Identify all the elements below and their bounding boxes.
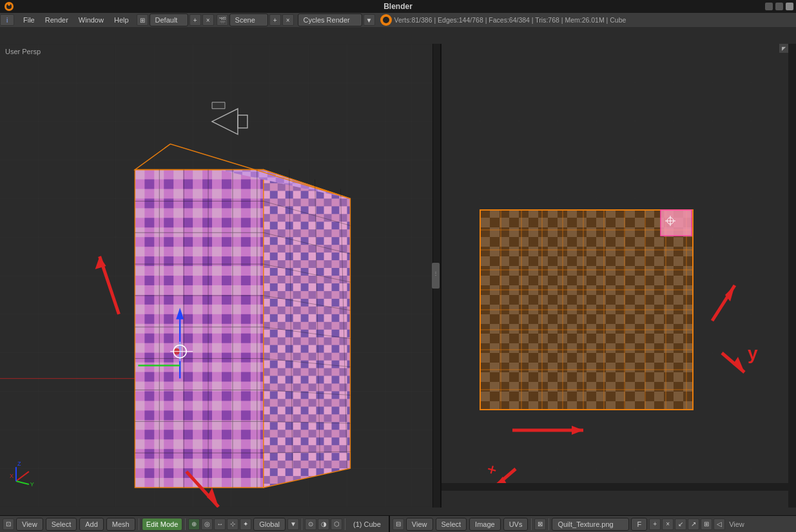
close-btn[interactable] (786, 3, 793, 10)
svg-marker-42 (135, 169, 263, 488)
workspace-icon[interactable]: ⊞ (137, 14, 148, 26)
title-bar: Blender (0, 0, 796, 13)
prop-edit-icon[interactable]: ✦ (240, 518, 251, 530)
svg-text:Y: Y (30, 481, 34, 488)
uv-mode-icon[interactable]: ⊠ (534, 518, 546, 530)
menu-file[interactable]: File (18, 15, 40, 25)
scene-area: 🎬 Scene + × (217, 14, 294, 26)
scene-selector[interactable]: Scene (229, 14, 268, 26)
bottom-select-btn[interactable]: Select (46, 518, 77, 531)
render-engine-area: Cycles Render ▼ (298, 14, 375, 26)
uv-view-btn[interactable]: View (406, 518, 433, 531)
svg-rect-139 (661, 210, 692, 236)
workspace-add[interactable]: + (189, 14, 201, 26)
bottom-bar: ⊡ View Select Add Mesh Edit Mode ⊕ ◎ ↔ ⊹… (0, 515, 796, 532)
svg-text:X: X (10, 473, 14, 479)
transform-icon[interactable]: ↔ (214, 518, 226, 530)
grid-background: X Y Z (0, 44, 440, 508)
svg-text:Z: Z (17, 461, 21, 467)
uv-scrollbar-right[interactable] (788, 44, 796, 508)
mode-selector[interactable]: Edit Mode (142, 518, 183, 531)
xray-icon[interactable]: ⬡ (331, 518, 342, 530)
bottom-bar-right: ⊟ View Select Image UVs ⊠ Quilt_Texture.… (390, 518, 750, 531)
blender-icon (4, 1, 14, 12)
window-controls (765, 3, 793, 10)
snapping-icon[interactable]: ⊙ (305, 518, 316, 530)
uv-expand-handle[interactable]: ◤ (779, 44, 788, 53)
scene-icon[interactable]: 🎬 (217, 14, 228, 26)
overlay-icon[interactable]: ◑ (318, 518, 329, 530)
bottom-view-btn[interactable]: View (16, 518, 43, 531)
snap-icon[interactable]: ⊕ (188, 518, 200, 530)
object-name: (1) Cube (348, 520, 386, 528)
svg-marker-83 (212, 102, 225, 109)
scene-add[interactable]: + (269, 14, 281, 26)
menu-help[interactable]: Help (109, 15, 134, 25)
svg-point-2 (8, 3, 10, 6)
render-engine-selector[interactable]: Cycles Render (298, 14, 362, 26)
uv-add-icon[interactable]: + (649, 518, 661, 530)
workspace-selector[interactable]: Default (150, 14, 188, 26)
uv-uvs-btn[interactable]: UVs (503, 518, 529, 531)
uv-tool3-icon[interactable]: ⊞ (701, 518, 712, 530)
viewport-drag-handle[interactable]: ⋮ (432, 263, 440, 289)
uv-bottom-label: View (726, 520, 747, 528)
stats-area: Verts:81/386 | Edges:144/768 | Faces:64/… (380, 14, 626, 26)
viewport-label: User Persp (5, 48, 41, 55)
uv-editor-icon[interactable]: ⊟ (393, 518, 404, 530)
blender-logo-small (380, 14, 392, 26)
info-icon[interactable]: i (0, 14, 14, 26)
scene-close[interactable]: × (282, 14, 294, 26)
uv-editor-canvas: y ✕ (442, 44, 796, 508)
workspace-area: ⊞ Default + × (137, 14, 214, 26)
bottom-mesh-btn[interactable]: Mesh (106, 518, 135, 531)
bottom-add-btn[interactable]: Add (79, 518, 104, 531)
menu-bar: i File Render Window Help ⊞ Default + × … (0, 13, 796, 27)
render-engine-chevron[interactable]: ▼ (364, 14, 375, 26)
uv-scrollbar-bottom[interactable] (442, 483, 796, 491)
viewport-3d[interactable]: X Y Z User Persp ⋮ (0, 44, 442, 508)
uv-del-icon[interactable]: × (662, 518, 674, 530)
global-icon[interactable]: ▼ (287, 518, 299, 530)
uv-image-btn[interactable]: Image (469, 518, 501, 531)
uv-tool2-icon[interactable]: ↗ (688, 518, 699, 530)
texture-name[interactable]: Quilt_Texture.png (552, 518, 629, 531)
maximize-btn[interactable] (775, 3, 783, 10)
main-area: X Y Z User Persp ⋮ (0, 44, 796, 508)
workspace-close[interactable]: × (202, 14, 214, 26)
version-stats: Verts:81/386 | Edges:144/768 | Faces:64/… (394, 16, 626, 24)
uv-f-btn[interactable]: F (631, 518, 647, 531)
manipulator-icon[interactable]: ⊹ (227, 518, 238, 530)
bottom-bar-left: ⊡ View Select Add Mesh Edit Mode ⊕ ◎ ↔ ⊹… (0, 518, 389, 531)
minimize-btn[interactable] (765, 3, 773, 10)
menu-render[interactable]: Render (40, 15, 73, 25)
global-selector[interactable]: Global (253, 518, 286, 531)
viewport-uv[interactable]: y ✕ ◤ (442, 44, 796, 508)
bottom-3d-icon[interactable]: ⊡ (3, 518, 14, 530)
menu-window[interactable]: Window (73, 15, 109, 25)
window-title: Blender (383, 2, 413, 11)
svg-text:y: y (748, 343, 758, 363)
uv-tool1-icon[interactable]: ↙ (675, 518, 686, 530)
uv-view-expand[interactable]: ◁ (713, 518, 725, 530)
pivot-icon[interactable]: ◎ (201, 518, 213, 530)
uv-select-btn[interactable]: Select (436, 518, 467, 531)
info-left: i (0, 14, 14, 26)
